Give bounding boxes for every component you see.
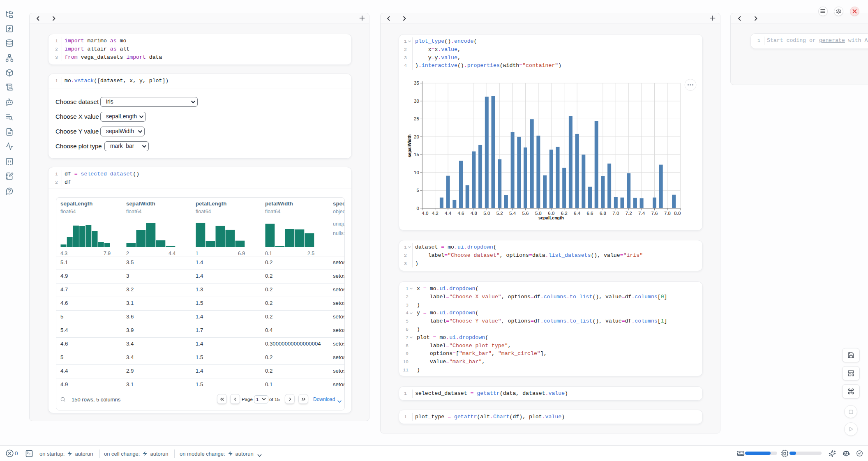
svg-text:5.0: 5.0 [483, 211, 490, 216]
svg-text:7.0: 7.0 [612, 211, 619, 216]
svg-text:8.0: 8.0 [674, 211, 681, 216]
svg-text:5.4: 5.4 [509, 211, 516, 216]
svg-text:6.4: 6.4 [574, 211, 581, 216]
svg-text:4.4: 4.4 [445, 211, 452, 216]
svg-text:0: 0 [416, 206, 419, 211]
svg-text:15: 15 [414, 152, 419, 157]
svg-text:5.6: 5.6 [522, 211, 529, 216]
svg-text:7.2: 7.2 [626, 211, 632, 216]
svg-text:7.8: 7.8 [664, 211, 671, 216]
svg-text:7.4: 7.4 [638, 211, 645, 216]
svg-text:4.2: 4.2 [432, 211, 439, 216]
svg-text:6.6: 6.6 [587, 211, 593, 216]
svg-text:sepalLength: sepalLength [538, 215, 564, 220]
svg-text:6.8: 6.8 [600, 211, 606, 216]
svg-text:10: 10 [414, 170, 419, 175]
svg-text:sepalWidth: sepalWidth [407, 134, 412, 157]
svg-text:7.6: 7.6 [651, 211, 658, 216]
svg-text:5.2: 5.2 [496, 211, 503, 216]
svg-text:5: 5 [416, 188, 419, 193]
svg-text:4.6: 4.6 [458, 211, 464, 216]
svg-text:20: 20 [414, 134, 419, 139]
svg-text:4.0: 4.0 [422, 211, 428, 216]
svg-text:4.8: 4.8 [471, 211, 477, 216]
svg-text:25: 25 [414, 116, 419, 121]
svg-text:35: 35 [414, 81, 419, 85]
svg-text:30: 30 [414, 99, 419, 104]
